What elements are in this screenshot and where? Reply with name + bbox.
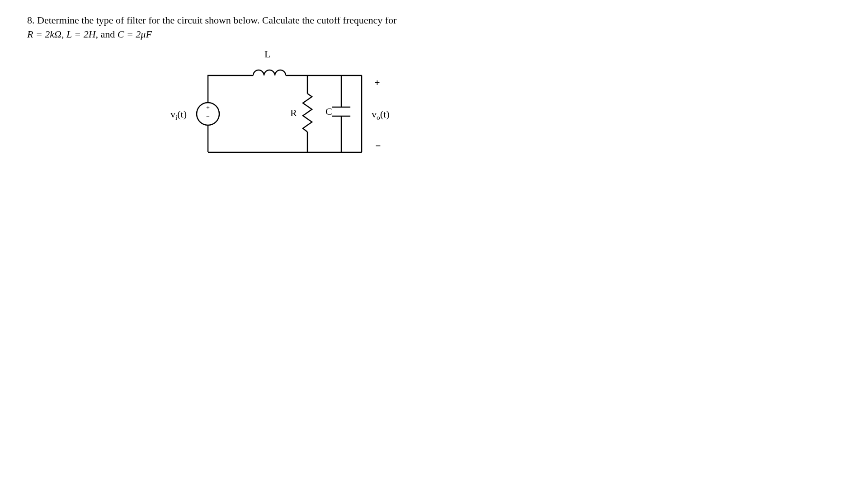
output-plus: +: [374, 77, 380, 89]
R-equation: R = 2kΩ: [27, 28, 61, 40]
problem-number: 8.: [27, 14, 35, 26]
input-voltage-label: vi(t): [170, 108, 187, 122]
capacitor-label: C: [326, 106, 332, 117]
L-equation: L = 2H: [66, 28, 96, 40]
output-voltage-label: vo(t): [372, 108, 389, 122]
source-plus: +: [206, 104, 210, 111]
problem-statement: 8. Determine the type of filter for the …: [27, 14, 841, 42]
inductor-label: L: [264, 48, 270, 60]
circuit-svg: [172, 51, 398, 177]
output-minus: −: [375, 140, 381, 152]
C-equation: C = 2μF: [118, 28, 152, 40]
comma2: , and: [96, 28, 118, 40]
comma1: ,: [61, 28, 66, 40]
resistor-label: R: [290, 107, 297, 119]
problem-text: Determine the type of filter for the cir…: [37, 14, 396, 26]
circuit-diagram: L R C vi(t) vo(t) + − + −: [172, 51, 398, 177]
source-minus: −: [206, 113, 210, 120]
